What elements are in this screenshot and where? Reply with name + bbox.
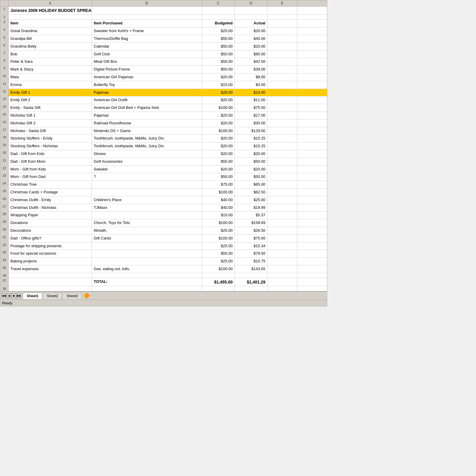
- cell-e[interactable]: [267, 235, 297, 242]
- cell-a[interactable]: [9, 273, 92, 278]
- nav-first[interactable]: ◀◀: [1, 293, 6, 298]
- cell-c[interactable]: $20.00: [202, 27, 235, 35]
- cell-e[interactable]: [267, 104, 297, 112]
- cell-e[interactable]: [267, 66, 297, 73]
- cell-e[interactable]: [267, 73, 297, 81]
- cell-c[interactable]: $10.00: [202, 212, 235, 219]
- table-row[interactable]: 35Travel expensesGas, eating out, tolls,…: [0, 265, 327, 273]
- cell-a[interactable]: Decorations: [9, 227, 92, 234]
- sheet-tab-2[interactable]: Sheet2: [43, 293, 62, 299]
- cell-c[interactable]: $15.00: [202, 81, 235, 89]
- cell-a[interactable]: [9, 15, 92, 19]
- cell-a[interactable]: [9, 278, 92, 286]
- cell-d[interactable]: $39.00: [235, 66, 267, 73]
- cell-d[interactable]: $5.37: [235, 212, 267, 219]
- cell-c[interactable]: $100.00: [202, 265, 235, 273]
- cell-e[interactable]: [267, 27, 297, 35]
- cell-a[interactable]: Grandpa Bill: [9, 35, 92, 43]
- cell-d[interactable]: $3.00: [235, 81, 267, 89]
- table-row[interactable]: 17Nicholas - Santa GiftNintendo DS + Gam…: [0, 127, 327, 135]
- table-row[interactable]: 19Stocking Stuffers - NicholasToothbrush…: [0, 143, 327, 150]
- cell-d[interactable]: $75.00: [235, 104, 267, 112]
- cell-a[interactable]: [9, 286, 92, 291]
- cell-e[interactable]: [267, 286, 297, 291]
- cell-c[interactable]: $20.00: [202, 73, 235, 81]
- table-row[interactable]: 6Grandma BettyCalendar$50.00$20.00: [0, 43, 327, 51]
- cell-b[interactable]: Pajamas: [92, 112, 202, 119]
- table-row[interactable]: 28Wrapping Paper$10.00$5.37: [0, 212, 327, 219]
- table-row[interactable]: 23Mom - Gift from Dad?$50.00$50.00: [0, 173, 327, 181]
- table-row[interactable]: 15Nicholas Gift 1Pajamas$20.00$17.00: [0, 112, 327, 120]
- cell-a[interactable]: Grandma Betty: [9, 43, 92, 50]
- cell-e[interactable]: [267, 173, 297, 181]
- table-row[interactable]: 33Food for special occasions$50.00$79.50: [0, 250, 327, 258]
- cell-c[interactable]: $1,455.00: [202, 278, 235, 286]
- cell-a[interactable]: Peter & Sara: [9, 58, 92, 65]
- table-row[interactable]: 27Christmas Outfit - NicholasTJMaxx$40.0…: [0, 204, 327, 212]
- table-row[interactable]: 10MaiaAmerican Girl Pajamas$20.00$8.00: [0, 73, 327, 81]
- cell-e[interactable]: [267, 166, 297, 173]
- cell-e[interactable]: [267, 96, 297, 104]
- cell-d[interactable]: $15.25: [235, 143, 267, 150]
- cell-d[interactable]: $75.00: [235, 235, 267, 242]
- cell-b[interactable]: [92, 212, 202, 219]
- cell-d[interactable]: $50.00: [235, 173, 267, 181]
- cell-d[interactable]: $19.99: [235, 204, 267, 212]
- sheet-tab-1[interactable]: Sheet1: [23, 293, 42, 299]
- cell-b[interactable]: Meat Gift Box: [92, 58, 202, 65]
- insert-sheet-icon[interactable]: 🔶: [83, 292, 90, 299]
- cell-a[interactable]: Stocking Stuffers - Emily: [9, 135, 92, 142]
- cell-a[interactable]: Travel expenses: [9, 265, 92, 273]
- cell-d[interactable]: $25.00: [235, 196, 267, 204]
- cell-e[interactable]: [267, 181, 297, 188]
- cell-e[interactable]: [267, 15, 297, 19]
- cell-b[interactable]: Thermos/Duffle Bag: [92, 35, 202, 43]
- table-row[interactable]: 29DonationsChurch, Toys for Tots$100.00$…: [0, 219, 327, 227]
- cell-c[interactable]: [202, 273, 235, 278]
- cell-e[interactable]: [267, 219, 297, 227]
- table-row[interactable]: 38: [0, 286, 327, 291]
- cell-a[interactable]: Postage for shipping presents: [9, 242, 92, 250]
- table-row[interactable]: 11EmmaButterfly Toy$15.00$3.00: [0, 81, 327, 89]
- table-row[interactable]: 12Emily Gift 1Pajamas$20.00$14.00: [0, 89, 327, 97]
- cell-e[interactable]: [267, 158, 297, 165]
- cell-d[interactable]: $15.34: [235, 242, 267, 250]
- cell-b[interactable]: [92, 273, 202, 278]
- cell-b[interactable]: Wreath,: [92, 227, 202, 234]
- cell-b[interactable]: American Girl Pajamas: [92, 73, 202, 81]
- cell-b[interactable]: TJMaxx: [92, 204, 202, 212]
- cell-c[interactable]: Budgeted: [202, 20, 235, 27]
- table-row[interactable]: 31Dad - Office gifts?Gift Cards$100.00$7…: [0, 235, 327, 242]
- cell-a[interactable]: Nicholas Gift 2: [9, 120, 92, 127]
- cell-a[interactable]: Mark & Stacy: [9, 66, 92, 73]
- cell-e[interactable]: [267, 278, 297, 286]
- cell-e[interactable]: [267, 258, 297, 265]
- cell-d[interactable]: $50.00: [235, 158, 267, 165]
- cell-d[interactable]: $17.00: [235, 112, 267, 119]
- cell-a[interactable]: Stocking Stuffers - Nicholas: [9, 143, 92, 150]
- cell-c[interactable]: $25.00: [202, 258, 235, 265]
- cell-a[interactable]: Bob: [9, 51, 92, 58]
- cell-d[interactable]: $20.00: [235, 43, 267, 50]
- cell-c[interactable]: [202, 7, 235, 14]
- cell-b[interactable]: Calendar: [92, 43, 202, 50]
- cell-b[interactable]: Pajamas: [92, 89, 202, 96]
- table-row[interactable]: 20Dad - Gift from KidsGloves$20.00$20.00: [0, 150, 327, 158]
- cell-a[interactable]: Christmas Cards + Postage: [9, 189, 92, 196]
- cell-a[interactable]: Nicholas Gift 1: [9, 112, 92, 119]
- cell-d[interactable]: $8.00: [235, 73, 267, 81]
- table-row[interactable]: 5Grandpa BillThermos/Duffle Bag$50.00$45…: [0, 35, 327, 43]
- cell-a[interactable]: Emily Gift 2: [9, 96, 92, 104]
- cell-d[interactable]: Actual: [235, 20, 267, 27]
- cell-e[interactable]: [267, 51, 297, 58]
- cell-c[interactable]: $20.00: [202, 89, 235, 96]
- cell-d[interactable]: $15.75: [235, 258, 267, 265]
- cell-a[interactable]: Donations: [9, 219, 92, 227]
- cell-a[interactable]: Christmas Outfit - Emily: [9, 196, 92, 204]
- cell-d[interactable]: $129.00: [235, 127, 267, 135]
- cell-d[interactable]: [235, 286, 267, 291]
- cell-e[interactable]: [267, 89, 297, 96]
- table-row[interactable]: 21Dad - Gift from MomGolf Accessories$50…: [0, 158, 327, 166]
- cell-a[interactable]: Baking projects: [9, 258, 92, 265]
- cell-e[interactable]: [267, 242, 297, 250]
